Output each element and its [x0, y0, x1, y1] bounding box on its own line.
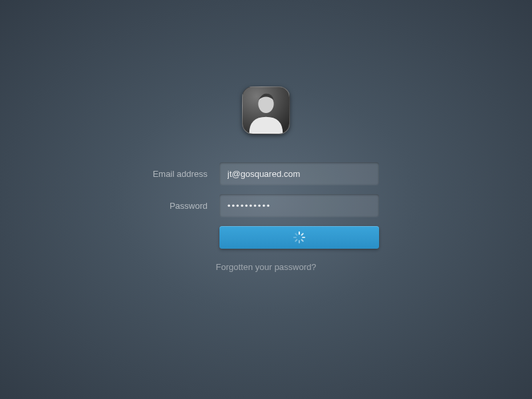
forgot-password-link[interactable]: Forgotten your password?: [126, 262, 406, 272]
submit-row: [126, 226, 406, 249]
login-form-container: Email address Password: [126, 86, 406, 272]
login-form: Email address Password: [126, 162, 406, 272]
password-row: Password: [126, 194, 406, 217]
loading-spinner-icon: [293, 231, 305, 243]
email-label: Email address: [126, 169, 219, 179]
password-label: Password: [126, 201, 219, 211]
submit-button[interactable]: [219, 226, 379, 249]
avatar: [242, 86, 290, 134]
email-field[interactable]: [219, 162, 379, 185]
avatar-image: [243, 87, 289, 134]
email-row: Email address: [126, 162, 406, 185]
password-field[interactable]: [219, 194, 379, 217]
